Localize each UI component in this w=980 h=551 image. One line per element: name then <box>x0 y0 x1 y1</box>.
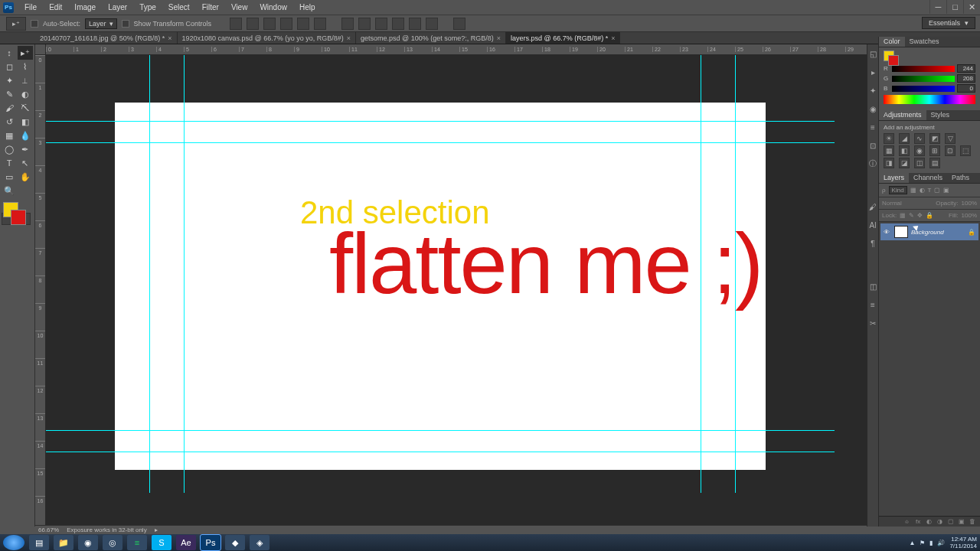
adj-threshold-icon[interactable]: ◪ <box>899 158 910 168</box>
dock-icon[interactable]: Al <box>868 220 877 230</box>
align-button[interactable] <box>247 18 259 30</box>
quick-select-tool[interactable]: ✦ <box>2 73 17 87</box>
adj-selective-icon[interactable]: ▤ <box>929 158 940 168</box>
adj-bw-icon[interactable]: ◧ <box>899 145 910 156</box>
adj-levels-icon[interactable]: ◢ <box>899 133 910 144</box>
filter-type-icon[interactable]: T <box>928 187 932 194</box>
canvas-area[interactable]: 0123456789101112131415161718192021222324… <box>35 44 867 527</box>
path-tool[interactable]: ↖ <box>18 156 33 170</box>
ruler-vertical[interactable]: 012345678910111213141516 <box>35 55 46 527</box>
document-tab[interactable]: getsome.psd @ 100% (get some?:, RGB/8)× <box>356 32 506 44</box>
zoom-level[interactable]: 66.67% <box>38 527 59 533</box>
align-button[interactable] <box>314 18 326 30</box>
layer-thumbnail[interactable] <box>894 226 908 238</box>
menu-image[interactable]: Image <box>68 3 102 11</box>
adj-vibrance-icon[interactable]: ▽ <box>945 133 956 144</box>
background-color[interactable] <box>11 210 26 225</box>
adj-curves-icon[interactable]: ∿ <box>914 133 925 144</box>
lock-all-icon[interactable]: 🔒 <box>926 212 933 219</box>
auto-select-checkbox[interactable] <box>31 20 38 28</box>
eraser-tool[interactable]: ◧ <box>18 115 33 129</box>
dock-icon[interactable]: ✦ <box>868 86 877 95</box>
eyedropper-tool[interactable]: ✎ <box>2 87 17 101</box>
taskbar-aftereffects[interactable]: Ae <box>176 535 196 550</box>
color-preview[interactable] <box>884 51 897 64</box>
tab-styles[interactable]: Styles <box>926 110 955 120</box>
distribute-button[interactable] <box>358 18 371 30</box>
adj-exposure-icon[interactable]: ◩ <box>929 133 940 144</box>
fill-value[interactable]: 100% <box>962 212 977 219</box>
taskbar-app[interactable]: ◆ <box>225 535 245 550</box>
lasso-tool[interactable]: ⌇ <box>18 60 33 73</box>
b-value[interactable]: 0 <box>957 84 975 93</box>
distribute-button[interactable] <box>409 18 421 30</box>
lock-pos-icon[interactable]: ✥ <box>917 212 923 219</box>
taskbar-spotify[interactable]: ≡ <box>127 535 147 550</box>
guide[interactable] <box>46 142 835 143</box>
document-tab[interactable]: 1920x1080 canvas.psd @ 66.7% (yo yo yo, … <box>178 32 357 44</box>
menu-layer[interactable]: Layer <box>102 3 133 11</box>
maximize-button[interactable]: □ <box>946 0 963 14</box>
start-button[interactable] <box>3 535 24 550</box>
ruler-horizontal[interactable]: 0123456789101112131415161718192021222324… <box>46 44 867 55</box>
type-tool[interactable]: T <box>2 156 17 170</box>
trash-icon[interactable]: 🗑 <box>969 518 977 526</box>
move-tool[interactable]: ↕ <box>2 46 17 60</box>
dock-icon[interactable]: ¶ <box>868 239 877 248</box>
guide[interactable] <box>46 430 835 431</box>
menu-help[interactable]: Help <box>293 3 322 11</box>
tab-swatches[interactable]: Swatches <box>905 37 944 47</box>
close-icon[interactable]: × <box>347 34 351 42</box>
b-slider[interactable] <box>892 86 955 92</box>
color-swatches[interactable] <box>2 201 33 228</box>
color-spectrum[interactable] <box>884 95 975 104</box>
close-icon[interactable]: × <box>611 34 615 42</box>
new-layer-icon[interactable]: ▣ <box>959 518 966 526</box>
gradient-tool[interactable]: ▦ <box>2 129 17 142</box>
g-value[interactable]: 208 <box>957 74 975 83</box>
auto-select-mode[interactable]: Layer▾ <box>85 18 117 29</box>
status-arrow[interactable]: ▸ <box>155 527 158 533</box>
g-slider[interactable] <box>892 76 955 82</box>
align-button[interactable] <box>297 18 309 30</box>
tab-channels[interactable]: Channels <box>909 173 947 183</box>
adj-invert-icon[interactable]: ⬚ <box>960 145 971 156</box>
tray-volume-icon[interactable]: 🔊 <box>937 540 945 546</box>
dock-icon[interactable]: ◫ <box>868 282 877 291</box>
taskbar-clock[interactable]: 12:47 AM 7/11/2014 <box>949 536 977 549</box>
adj-posterize-icon[interactable]: ◨ <box>884 158 894 168</box>
tray-flag-icon[interactable]: ⚑ <box>920 540 925 546</box>
marquee-tool[interactable]: ◻ <box>2 60 17 73</box>
adj-gradient-icon[interactable]: ◫ <box>914 158 925 168</box>
layer-name[interactable]: Background <box>911 229 965 236</box>
blur-tool[interactable]: 💧 <box>18 129 33 142</box>
adj-icon[interactable]: ◑ <box>937 518 945 526</box>
adj-hue-icon[interactable]: ▦ <box>884 145 894 156</box>
tab-adjustments[interactable]: Adjustments <box>879 110 926 120</box>
brush-tool[interactable]: 🖌 <box>2 101 17 115</box>
menu-view[interactable]: View <box>225 3 254 11</box>
distribute-button[interactable] <box>392 18 404 30</box>
dock-icon[interactable]: ◱ <box>868 49 877 58</box>
menu-edit[interactable]: Edit <box>43 3 68 11</box>
tab-layers[interactable]: Layers <box>879 173 909 183</box>
dock-icon[interactable]: ◉ <box>868 104 877 113</box>
document-tab-active[interactable]: layers.psd @ 66.7% (RGB/8#) *× <box>506 32 620 44</box>
taskbar-app[interactable]: ◈ <box>250 535 270 550</box>
tool-preset-picker[interactable]: ▸⁺ <box>6 17 26 31</box>
tray-network-icon[interactable]: ▮ <box>929 540 933 546</box>
distribute-button[interactable] <box>341 18 354 30</box>
shape-tool[interactable]: ▭ <box>2 170 17 184</box>
dock-icon[interactable]: 🖌 <box>868 202 877 211</box>
zoom-tool[interactable]: 🔍 <box>2 184 17 197</box>
dodge-tool[interactable]: ◯ <box>2 142 17 156</box>
hand-tool[interactable]: ✋ <box>18 170 33 184</box>
mask-icon[interactable]: ◐ <box>926 518 934 526</box>
lock-pixel-icon[interactable]: ✎ <box>909 212 914 219</box>
close-button[interactable]: ✕ <box>963 0 980 14</box>
filter-adj-icon[interactable]: ◐ <box>920 187 925 194</box>
menu-file[interactable]: File <box>18 3 43 11</box>
distribute-button[interactable] <box>375 18 387 30</box>
dock-icon[interactable]: ⊡ <box>868 141 877 150</box>
visibility-icon[interactable]: 👁 <box>884 229 891 236</box>
